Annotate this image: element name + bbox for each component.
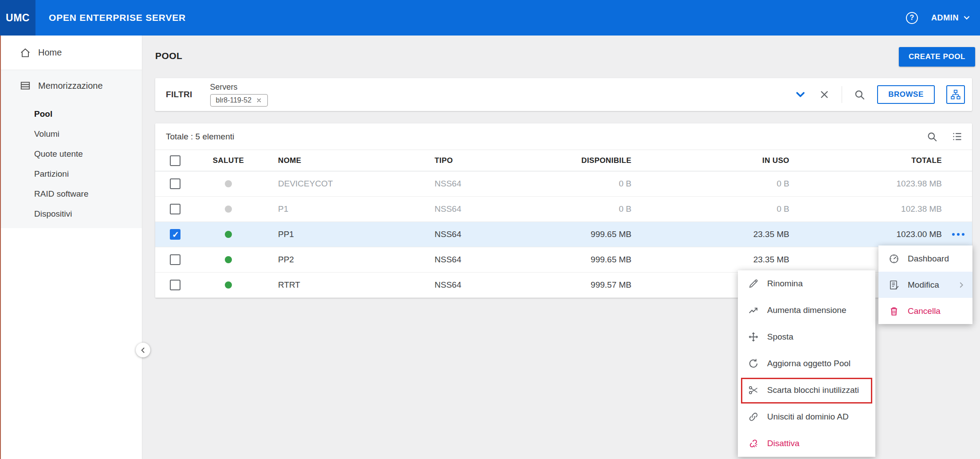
row-actions-ellipsis-icon[interactable] [952, 233, 964, 236]
menu-item-scarta-blocchi-inutilizzati[interactable]: Scarta blocchi inutilizzati [738, 377, 875, 404]
link-icon [748, 411, 759, 423]
search-icon[interactable] [854, 89, 866, 101]
tree-view-icon[interactable] [946, 85, 965, 104]
table-row[interactable]: PP1 NSS64 999.65 MB 23.35 MB 1023.00 MB [155, 222, 972, 247]
browse-button[interactable]: BROWSE [877, 85, 935, 104]
filter-clear-icon[interactable] [819, 89, 830, 100]
cell-disponibile: 999.57 MB [572, 280, 634, 290]
cell-nome: DEVICEYCOT [262, 179, 417, 189]
menu-item-aumenta-dimensione[interactable]: Aumenta dimensione [738, 297, 875, 324]
menu-item-modifica[interactable]: Modifica [878, 272, 972, 298]
sidebar-subnav: Pool Volumi Quote utente Partizioni RAID… [0, 101, 142, 224]
sidebar-collapse-button[interactable] [136, 343, 150, 357]
cell-in-uso: 23.35 MB [634, 255, 792, 265]
help-icon[interactable]: ? [906, 12, 918, 24]
cell-tipo: NSS64 [417, 204, 572, 214]
column-header-disponibile[interactable]: DISPONIBILE [572, 156, 634, 165]
cell-totale: 102.38 MB [792, 204, 945, 214]
filter-chip-label: blr8-119-52 [216, 96, 252, 104]
sidebar-section-storage: Memorizzazione Pool Volumi Quote utente … [0, 70, 142, 228]
health-indicator [225, 206, 232, 213]
create-pool-button[interactable]: CREATE POOL [899, 47, 975, 67]
cell-tipo: NSS64 [417, 179, 572, 189]
cell-in-uso: 0 B [634, 179, 792, 189]
scissors-icon [748, 384, 759, 396]
menu-item-disattiva[interactable]: Disattiva [738, 430, 875, 457]
row-checkbox[interactable] [170, 178, 180, 189]
sidebar-item-label: Dispositivi [34, 209, 72, 219]
sidebar-item-label: Partizioni [34, 169, 69, 179]
cell-tipo: NSS64 [417, 230, 572, 239]
sidebar-item-label: Volumi [34, 129, 59, 139]
column-header-in-uso[interactable]: IN USO [634, 156, 792, 165]
menu-item-dashboard[interactable]: Dashboard [878, 245, 972, 272]
filters-label: FILTRI [166, 90, 192, 99]
health-indicator [225, 231, 232, 238]
menu-item-label: Sposta [767, 332, 793, 342]
sidebar-item-partizioni[interactable]: Partizioni [0, 164, 142, 184]
table-row[interactable]: PP2 NSS64 999.65 MB 23.35 MB [155, 247, 972, 273]
sidebar-item-dispositivi[interactable]: Dispositivi [0, 204, 142, 224]
cell-nome: PP2 [262, 255, 417, 265]
brand-logo[interactable]: UMC [0, 0, 35, 36]
trend-up-icon [748, 305, 759, 316]
sidebar-item-volumi[interactable]: Volumi [0, 124, 142, 144]
table-search-icon[interactable] [926, 131, 938, 142]
column-header-totale[interactable]: TOTALE [792, 156, 945, 165]
total-count-label: Totale : 5 elementi [166, 132, 234, 142]
table-row[interactable]: DEVICEYCOT NSS64 0 B 0 B 1023.98 MB [155, 171, 972, 197]
sidebar-item-quote-utente[interactable]: Quote utente [0, 144, 142, 164]
menu-item-sposta[interactable]: Sposta [738, 324, 875, 350]
menu-item-label: Dashboard [908, 254, 949, 264]
cell-in-uso: 0 B [634, 204, 792, 214]
row-checkbox[interactable] [170, 204, 180, 214]
filter-chip[interactable]: blr8-119-52 [210, 94, 268, 107]
menu-item-unisciti-al-dominio-ad[interactable]: Unisciti al dominio AD [738, 404, 875, 430]
sidebar-accent-bar [0, 36, 1, 459]
move-icon [748, 331, 759, 343]
menu-item-rinomina[interactable]: Rinomina [738, 270, 875, 297]
admin-menu[interactable]: ADMIN [931, 13, 971, 23]
filter-collapse-chevron-icon[interactable] [794, 88, 807, 101]
sidebar-item-raid-software[interactable]: RAID software [0, 184, 142, 204]
menu-item-label: Modifica [908, 280, 939, 290]
row-checkbox[interactable] [170, 280, 180, 290]
sidebar-item-label: RAID software [34, 189, 88, 199]
table-summary-row: Totale : 5 elementi [155, 123, 972, 150]
row-checkbox[interactable] [170, 254, 180, 265]
chip-remove-icon[interactable] [256, 97, 262, 103]
column-header-nome[interactable]: NOME [262, 156, 417, 165]
sidebar-section-label: Memorizzazione [38, 81, 103, 91]
cell-tipo: NSS64 [417, 255, 572, 265]
admin-label: ADMIN [931, 13, 959, 23]
menu-item-label: Rinomina [767, 279, 803, 289]
edit-document-icon [888, 279, 900, 291]
table-header-row: SALUTE NOME TIPO DISPONIBILE IN USO TOTA… [155, 150, 972, 171]
filter-field-label: Servers [210, 83, 268, 92]
sidebar: Home Memorizzazione Pool Volumi Quote ut… [0, 36, 142, 459]
sidebar-item-label: Pool [34, 109, 52, 119]
column-header-tipo[interactable]: TIPO [417, 156, 572, 165]
row-context-menu: Dashboard Modifica Cancella [878, 245, 972, 324]
row-checkbox[interactable] [170, 229, 180, 240]
sidebar-item-pool[interactable]: Pool [0, 104, 142, 124]
cell-nome: P1 [262, 204, 417, 214]
menu-item-aggiorna-oggetto-pool[interactable]: Aggiorna oggetto Pool [738, 350, 875, 377]
sidebar-item-home[interactable]: Home [0, 36, 142, 70]
menu-item-label: Unisciti al dominio AD [767, 412, 849, 422]
health-indicator [225, 180, 232, 187]
product-title: OPEN ENTERPRISE SERVER [49, 12, 186, 23]
list-view-icon[interactable] [951, 131, 963, 142]
select-all-checkbox[interactable] [170, 155, 180, 166]
home-icon [20, 47, 31, 59]
table-row[interactable]: P1 NSS64 0 B 0 B 102.38 MB [155, 197, 972, 222]
dashboard-icon [888, 253, 900, 265]
menu-item-label: Disattiva [767, 439, 800, 448]
menu-item-cancella[interactable]: Cancella [878, 298, 972, 324]
sidebar-item-memorizzazione[interactable]: Memorizzazione [0, 70, 142, 101]
sidebar-item-label: Home [38, 47, 62, 58]
refresh-icon [748, 358, 759, 369]
column-header-salute[interactable]: SALUTE [195, 156, 262, 165]
page-title: POOL [155, 51, 182, 61]
vertical-divider [842, 86, 842, 103]
